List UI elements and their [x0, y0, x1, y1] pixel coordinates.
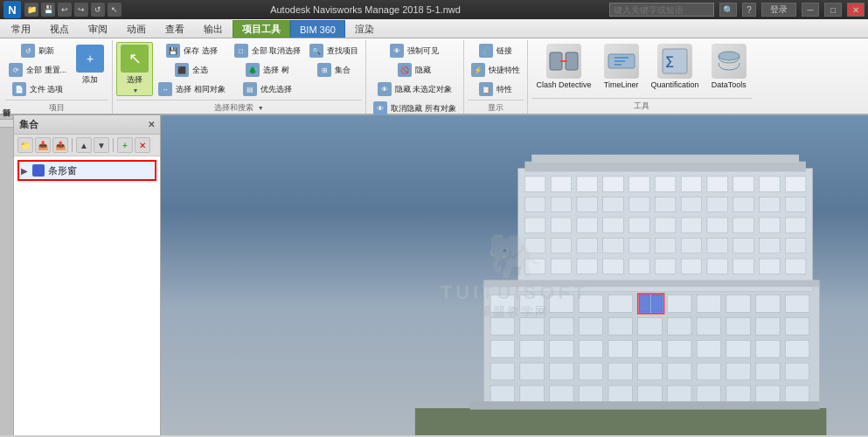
svg-rect-18	[602, 177, 623, 191]
select-btn[interactable]: ↖ 选择 ▼	[116, 42, 153, 96]
svg-rect-81	[755, 295, 779, 312]
close-btn[interactable]: ✕	[847, 3, 865, 17]
props-btn[interactable]: 📋 特性	[468, 80, 524, 98]
delete-btn[interactable]: ✕	[135, 137, 150, 153]
svg-rect-123	[697, 385, 720, 403]
tab-export[interactable]: 输出	[194, 20, 233, 38]
tree-btn[interactable]: 🌲 选择 树	[231, 61, 305, 79]
title-bar-left: N 📁 💾 ↩ ↪ ↺ ↖	[3, 1, 122, 18]
tree-item-0[interactable]: ▶ 条形窗	[17, 160, 156, 181]
file-options-btn[interactable]: 📄 文件 选项	[5, 80, 70, 98]
timeliner-btn[interactable]: TimeLiner	[599, 42, 644, 91]
link-btn[interactable]: 🔗 链接	[468, 42, 524, 59]
app-logo[interactable]: N	[3, 1, 21, 18]
tab-home[interactable]: 常用	[2, 20, 40, 38]
tree-area: ▶ 条形窗	[14, 156, 160, 435]
panel-close-btn[interactable]: ✕	[148, 120, 155, 129]
tab-review[interactable]: 审阅	[79, 20, 117, 38]
svg-rect-108	[579, 363, 602, 380]
select-dropdown: ▼	[133, 87, 139, 94]
priority-label: 优先选择	[260, 84, 292, 95]
minimize-btn[interactable]: ─	[802, 3, 819, 17]
svg-rect-89	[667, 317, 691, 335]
new-folder-btn[interactable]: 📁	[17, 137, 33, 153]
add-icon: +	[76, 45, 104, 73]
help-btn[interactable]: ?	[742, 3, 756, 17]
find-btn[interactable]: 🔍 查找项目	[306, 42, 362, 59]
priority-btn[interactable]: ▤ 优先选择	[231, 80, 305, 98]
search-btn[interactable]: 🔍	[719, 3, 737, 17]
add-item-btn[interactable]: +	[117, 137, 133, 153]
side-tab-select[interactable]: 选择树	[0, 119, 14, 128]
invert-select-btn[interactable]: ↔ 选择 相同对象	[155, 80, 229, 98]
save-select-btn[interactable]: 💾 保存 选择	[155, 42, 229, 59]
tab-project[interactable]: 项目工具	[233, 20, 290, 38]
tree-item-icon-0	[31, 163, 45, 177]
datatools-btn[interactable]: DataTools	[706, 42, 752, 91]
tab-output[interactable]: 查看	[156, 20, 194, 38]
add-btn[interactable]: + 添加	[72, 42, 108, 88]
file-label: 文件 选项	[30, 84, 64, 95]
refresh-all-icon: ⟳	[9, 63, 23, 77]
svg-rect-106	[520, 363, 544, 380]
svg-rect-17	[577, 177, 598, 191]
undo-icon[interactable]: ↩	[58, 3, 72, 17]
open-icon[interactable]: 📁	[24, 3, 38, 17]
unhide-all-btn[interactable]: 👁 取消隐藏 所有对象	[370, 100, 460, 117]
title-bar-right: 🔍 ? 登录 ─ □ ✕	[609, 3, 865, 17]
svg-rect-46	[759, 218, 780, 232]
save-icon[interactable]: 💾	[41, 3, 55, 17]
save-select-label: 保存 选择	[184, 45, 218, 57]
svg-rect-84	[520, 317, 544, 335]
user-btn[interactable]: 登录	[761, 3, 796, 17]
viewport[interactable]: 🐘 TUITUISOFT 腿腿教学网	[161, 115, 868, 435]
svg-rect-16	[551, 177, 572, 191]
svg-rect-118	[549, 385, 573, 403]
tab-view[interactable]: 视点	[40, 20, 79, 38]
select-all-icon: ⬛	[175, 63, 189, 77]
force-visible-btn[interactable]: 👁 强制可见	[370, 42, 460, 59]
search-input[interactable]	[609, 3, 714, 17]
hide-btn[interactable]: 🚫 隐藏	[370, 61, 460, 79]
move-down-btn[interactable]: ▼	[94, 137, 109, 153]
svg-rect-128	[469, 401, 819, 409]
quick-props-btn[interactable]: ⚡ 快捷特性	[468, 61, 524, 79]
svg-rect-101	[697, 340, 720, 357]
refresh-all-btn[interactable]: ⟳ 全部 重置...	[5, 61, 70, 79]
maximize-btn[interactable]: □	[824, 3, 842, 17]
svg-rect-90	[697, 317, 720, 335]
clash-detective-btn[interactable]: Clash Detective	[531, 42, 597, 91]
props-label: 特性	[496, 84, 512, 95]
tab-bim360[interactable]: BIM 360	[290, 20, 345, 38]
refresh-icon[interactable]: ↺	[91, 3, 105, 17]
set-btn[interactable]: ⊞ 集合	[306, 61, 362, 79]
select-group-dropdown: ▼	[258, 105, 264, 111]
select-label: 选择	[127, 74, 142, 86]
svg-rect-20	[655, 177, 676, 191]
project-col1: ↺ 刷新 ⟳ 全部 重置... 📄 文件 选项	[5, 42, 70, 98]
quantification-icon: ∑	[657, 44, 692, 79]
select-all-btn[interactable]: ⬛ 全选	[155, 61, 229, 79]
svg-rect-120	[608, 385, 632, 403]
cursor-icon[interactable]: ↖	[108, 3, 122, 17]
tree-item-label-0: 条形窗	[48, 164, 77, 177]
svg-rect-96	[549, 340, 573, 357]
select-group-label: 选择和搜索 ▼	[116, 100, 362, 114]
tab-animate[interactable]: 动画	[117, 20, 156, 38]
hide-icon: 🚫	[398, 63, 412, 77]
svg-rect-62	[602, 259, 623, 274]
refresh-btn[interactable]: ↺ 刷新	[5, 42, 70, 59]
svg-rect-41	[628, 218, 649, 232]
move-up-btn[interactable]: ▲	[76, 137, 92, 153]
export-btn[interactable]: 📤	[52, 137, 68, 153]
quantification-btn[interactable]: ∑ Quantification	[646, 42, 705, 91]
svg-rect-82	[785, 295, 809, 312]
tab-render[interactable]: 渲染	[345, 20, 384, 38]
tools-group-content: Clash Detective TimeLiner ∑	[531, 42, 752, 96]
svg-rect-105	[490, 363, 514, 380]
select-none-btn[interactable]: □ 全部 取消选择	[231, 42, 305, 59]
import-btn[interactable]: 📥	[35, 137, 51, 153]
hide-unselected-btn[interactable]: 👁 隐藏 未选定对象	[370, 80, 460, 98]
svg-rect-61	[577, 259, 598, 274]
redo-icon[interactable]: ↪	[74, 3, 88, 17]
